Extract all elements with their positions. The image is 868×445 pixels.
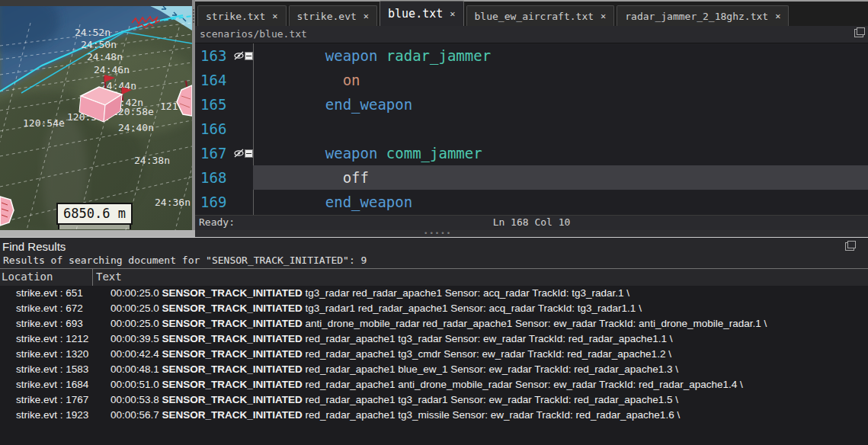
close-icon[interactable]: ✕ <box>450 8 455 19</box>
map-view[interactable]: 24:52n24:50n24:48n24:46n24:44n24:42n24:4… <box>0 0 192 230</box>
result-text: 00:00:39.5 SENSOR_TRACK_INITIATED red_ra… <box>108 331 868 347</box>
gutter-icons <box>233 141 253 165</box>
result-keyword: SENSOR_TRACK_INITIATED <box>162 333 303 344</box>
gutter-icons <box>233 165 253 190</box>
tab-label: strike.txt <box>206 11 265 22</box>
result-keyword: SENSOR_TRACK_INITIATED <box>162 318 303 329</box>
code-area[interactable]: 163 weapon radar_jammer164 on165 end_wea… <box>195 43 868 215</box>
fold-collapse-icon[interactable] <box>245 52 253 60</box>
splitter-grip[interactable]: ••••• <box>424 229 452 237</box>
close-icon[interactable]: ✕ <box>775 11 780 21</box>
result-location: strike.evt : 1923 <box>0 408 108 423</box>
editor-status-bar: Ready: Ln 168 Col 10 <box>195 215 868 230</box>
horizontal-splitter[interactable]: ••••• <box>0 230 868 238</box>
code-line-165[interactable]: 165 end_weapon <box>195 92 868 117</box>
result-row[interactable]: strike.evt : 65100:00:25.0 SENSOR_TRACK_… <box>0 286 868 301</box>
line-number: 164 <box>195 72 233 88</box>
code-line-166[interactable]: 166 <box>195 117 868 141</box>
result-location: strike.evt : 1684 <box>0 377 108 392</box>
result-row[interactable]: strike.evt : 69300:00:25.0 SENSOR_TRACK_… <box>0 316 868 331</box>
result-keyword: SENSOR_TRACK_INITIATED <box>162 303 303 314</box>
find-results-panel: Find Results Results of searching docume… <box>0 238 868 445</box>
result-location: strike.evt : 651 <box>0 286 108 301</box>
tab-strike-evt[interactable]: strike.evt✕ <box>289 5 378 26</box>
result-location: strike.evt : 672 <box>0 301 108 316</box>
tab-blue-txt[interactable]: blue.txt✕ <box>380 1 463 26</box>
column-header-location[interactable]: Location <box>0 269 93 286</box>
result-text: 00:00:25.0 SENSOR_TRACK_INITIATED anti_d… <box>108 316 868 331</box>
map-scale-indicator: 6850.6 m <box>56 203 133 225</box>
result-row[interactable]: strike.evt : 176700:00:53.8 SENSOR_TRACK… <box>0 392 868 408</box>
result-row[interactable]: strike.evt : 132000:00:42.4 SENSOR_TRACK… <box>0 347 868 362</box>
tab-strike-txt[interactable]: strike.txt✕ <box>197 5 287 26</box>
result-text: 00:00:25.0 SENSOR_TRACK_INITIATED tg3_ra… <box>108 286 868 301</box>
result-row[interactable]: strike.evt : 192300:00:56.7 SENSOR_TRACK… <box>0 408 868 423</box>
float-window-icon[interactable] <box>854 29 863 37</box>
code-line-164[interactable]: 164 on <box>195 68 868 92</box>
line-number: 166 <box>195 120 233 137</box>
code-text[interactable]: weapon radar_jammer <box>253 43 868 68</box>
code-text[interactable]: on <box>253 68 868 92</box>
map-top-strip <box>0 0 192 6</box>
gutter-icons <box>233 117 253 141</box>
close-icon[interactable]: ✕ <box>272 11 277 21</box>
map-coordinate-label: 24:46n <box>94 64 130 75</box>
code-line-168[interactable]: 168 off <box>195 165 868 190</box>
gutter-icons <box>233 92 253 117</box>
code-text[interactable] <box>253 117 868 141</box>
code-line-167[interactable]: 167 weapon comm_jammer <box>195 141 868 165</box>
code-line-163[interactable]: 163 weapon radar_jammer <box>195 43 868 68</box>
tab-label: blue_ew_aircraft.txt <box>475 11 594 22</box>
tab-bar: strike.txt✕strike.evt✕blue.txt✕blue_ew_a… <box>195 0 868 26</box>
result-row[interactable]: strike.evt : 168400:00:51.0 SENSOR_TRACK… <box>0 377 868 392</box>
tab-radar-jammer-2-18ghz-txt[interactable]: radar_jammer_2_18ghz.txt✕ <box>617 5 789 26</box>
map-coordinate-label: 24:36n <box>155 197 191 208</box>
map-coordinate-label: 24:38n <box>134 155 170 166</box>
result-text: 00:00:42.4 SENSOR_TRACK_INITIATED red_ra… <box>108 347 868 362</box>
gutter-icons <box>233 68 253 92</box>
result-keyword: SENSOR_TRACK_INITIATED <box>162 394 303 405</box>
result-text: 00:00:25.0 SENSOR_TRACK_INITIATED tg3_ra… <box>108 301 868 316</box>
result-keyword: SENSOR_TRACK_INITIATED <box>162 287 303 299</box>
splitter-left-cap <box>0 230 195 237</box>
vertical-splitter-grip[interactable] <box>193 9 194 23</box>
cursor-position: Ln 168 Col 10 <box>195 216 868 229</box>
application-window: 24:52n24:50n24:48n24:46n24:44n24:42n24:4… <box>0 0 868 445</box>
code-text[interactable]: weapon comm_jammer <box>253 141 868 165</box>
map-coordinate-label: 24:52n <box>75 27 111 38</box>
find-results-header: Location Text <box>0 268 868 286</box>
find-results-list: strike.evt : 65100:00:25.0 SENSOR_TRACK_… <box>0 286 868 445</box>
result-text: 00:00:53.8 SENSOR_TRACK_INITIATED red_ra… <box>108 392 868 408</box>
close-icon[interactable]: ✕ <box>364 11 369 21</box>
result-location: strike.evt : 1767 <box>0 392 108 408</box>
close-icon[interactable]: ✕ <box>601 11 606 21</box>
line-number: 167 <box>195 145 233 162</box>
fold-collapse-icon[interactable] <box>245 149 253 158</box>
gutter-icons <box>233 43 253 68</box>
result-location: strike.evt : 1320 <box>0 347 108 362</box>
result-location: strike.evt : 693 <box>0 316 108 331</box>
float-window-icon[interactable] <box>845 242 854 251</box>
eye-slash-icon[interactable] <box>233 149 244 158</box>
code-text[interactable]: end_weapon <box>253 92 868 117</box>
result-row[interactable]: strike.evt : 67200:00:25.0 SENSOR_TRACK_… <box>0 301 868 316</box>
result-keyword: SENSOR_TRACK_INITIATED <box>162 409 303 421</box>
code-line-169[interactable]: 169 end_weapon <box>195 190 868 214</box>
tab-label: strike.evt <box>297 11 357 22</box>
eye-slash-icon[interactable] <box>233 51 244 60</box>
result-row[interactable]: strike.evt : 121200:00:39.5 SENSOR_TRACK… <box>0 331 868 347</box>
map-canvas: 24:52n24:50n24:48n24:46n24:44n24:42n24:4… <box>0 0 192 230</box>
line-number: 169 <box>195 194 233 210</box>
tab-blue-ew-aircraft-txt[interactable]: blue_ew_aircraft.txt✕ <box>466 5 615 26</box>
result-row[interactable]: strike.evt : 158300:00:48.1 SENSOR_TRACK… <box>0 362 868 377</box>
line-number: 163 <box>195 47 233 64</box>
find-results-summary: Results of searching document for "SENSO… <box>0 254 868 268</box>
map-coordinate-label: 120:54e <box>23 117 65 129</box>
editor-panel: strike.txt✕strike.evt✕blue.txt✕blue_ew_a… <box>195 0 868 230</box>
result-keyword: SENSOR_TRACK_INITIATED <box>162 379 303 390</box>
breadcrumb: scenarios/blue.txt <box>200 28 307 40</box>
column-header-text[interactable]: Text <box>93 269 122 286</box>
code-text[interactable]: off <box>253 165 868 190</box>
code-text[interactable]: end_weapon <box>253 190 868 214</box>
find-results-title: Find Results <box>0 238 868 254</box>
